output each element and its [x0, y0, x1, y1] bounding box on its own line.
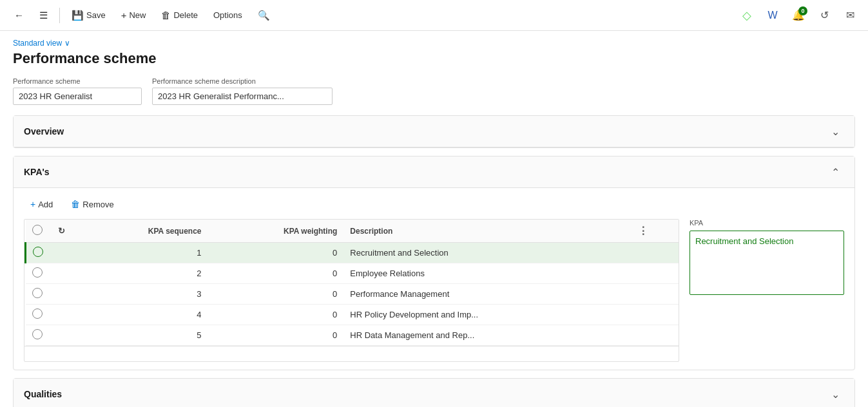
kpa-chevron-icon: ⌃	[831, 166, 840, 178]
diamond-button[interactable]: ◇	[737, 5, 757, 26]
row-refresh-cell	[50, 305, 73, 325]
table-row[interactable]: 5 0 HR Data Management and Rep...	[26, 325, 679, 346]
delete-icon: 🗑	[161, 10, 171, 21]
new-button[interactable]: + New	[115, 6, 153, 24]
kpa-table-container: ↻ KPA sequence KPA weighting Description…	[24, 219, 679, 362]
col-refresh-icon[interactable]: ↻	[58, 226, 65, 236]
envelope-button[interactable]: ✉	[840, 5, 860, 26]
scheme-label: Performance scheme	[13, 77, 142, 85]
overview-chevron-icon: ⌄	[831, 126, 840, 138]
kpa-detail-panel: KPA	[690, 219, 844, 362]
word-button[interactable]: W	[762, 5, 783, 26]
header-radio[interactable]	[32, 225, 43, 235]
add-icon: +	[30, 199, 35, 209]
row-weighting: 0	[208, 243, 344, 263]
row-more-cell	[632, 243, 679, 263]
row-select-cell[interactable]	[26, 284, 50, 305]
row-radio[interactable]	[33, 247, 43, 257]
kpa-table-footer	[24, 346, 679, 361]
delete-button[interactable]: 🗑 Delete	[155, 6, 204, 24]
toolbar-separator	[59, 8, 60, 23]
row-radio[interactable]	[32, 308, 43, 319]
qualities-section-header[interactable]: Qualities ⌄	[14, 379, 854, 407]
kpa-table: ↻ KPA sequence KPA weighting Description…	[24, 220, 679, 346]
table-row[interactable]: 4 0 HR Policy Development and Imp...	[26, 305, 679, 325]
options-button[interactable]: Options	[207, 7, 249, 23]
row-sequence: 2	[73, 263, 208, 284]
row-sequence: 3	[73, 284, 208, 305]
col-select-header	[26, 220, 50, 243]
scheme-field-group: Performance scheme	[13, 77, 142, 105]
notification-button[interactable]: 🔔 0	[788, 5, 809, 26]
standard-view-chevron: ∨	[64, 39, 70, 48]
col-description-header: Description	[343, 220, 631, 243]
row-select-cell[interactable]	[26, 305, 50, 325]
row-more-cell	[632, 305, 679, 325]
kpa-section-title: KPA's	[24, 167, 50, 177]
kpa-table-header-row: ↻ KPA sequence KPA weighting Description…	[26, 220, 679, 243]
envelope-icon: ✉	[846, 9, 854, 21]
standard-view-dropdown[interactable]: Standard view ∨	[13, 39, 855, 48]
back-button[interactable]: ←	[8, 6, 30, 24]
row-select-cell[interactable]	[26, 325, 50, 346]
row-more-cell	[632, 325, 679, 346]
search-icon: 🔍	[258, 10, 270, 21]
save-label: Save	[86, 10, 106, 20]
form-fields: Performance scheme Performance scheme de…	[13, 77, 855, 105]
qualities-collapse-button[interactable]: ⌄	[826, 385, 844, 403]
search-button[interactable]: 🔍	[251, 6, 276, 24]
options-label: Options	[213, 10, 242, 20]
row-sequence: 1	[73, 243, 208, 263]
add-kpa-button[interactable]: + Add	[24, 196, 59, 213]
toolbar: ← ☰ 💾 Save + New 🗑 Delete Options 🔍 ◇ W …	[0, 0, 868, 31]
table-row[interactable]: 1 0 Recruitment and Selection	[26, 243, 679, 263]
kpa-collapse-button[interactable]: ⌃	[826, 163, 844, 181]
kpa-detail-input[interactable]	[690, 231, 844, 295]
kpa-section-header[interactable]: KPA's ⌃	[14, 156, 854, 188]
qualities-section: Qualities ⌄	[13, 378, 855, 407]
row-refresh-cell	[50, 284, 73, 305]
back-icon: ←	[14, 10, 24, 21]
row-sequence: 5	[73, 325, 208, 346]
notification-badge: 0	[798, 6, 807, 15]
overview-section-title: Overview	[24, 126, 64, 137]
row-description: Recruitment and Selection	[343, 243, 631, 263]
overview-collapse-button[interactable]: ⌄	[826, 122, 844, 140]
kpa-detail-label: KPA	[690, 219, 844, 227]
col-refresh-header: ↻	[50, 220, 73, 243]
row-description: HR Data Management and Rep...	[343, 325, 631, 346]
row-weighting: 0	[208, 325, 344, 346]
hamburger-button[interactable]: ☰	[33, 6, 54, 24]
table-row[interactable]: 3 0 Performance Management	[26, 284, 679, 305]
kpa-section: KPA's ⌃ + Add 🗑 Remove	[13, 156, 855, 370]
remove-icon: 🗑	[71, 199, 80, 209]
overview-section-header[interactable]: Overview ⌄	[14, 116, 854, 147]
overview-section: Overview ⌄	[13, 115, 855, 148]
page-content: Standard view ∨ Performance scheme Perfo…	[0, 31, 868, 407]
qualities-section-title: Qualities	[24, 389, 62, 399]
row-more-cell	[632, 284, 679, 305]
row-select-cell[interactable]	[26, 243, 50, 263]
description-input[interactable]	[152, 88, 333, 105]
row-radio[interactable]	[32, 288, 43, 298]
scheme-input[interactable]	[13, 88, 142, 105]
refresh-button[interactable]: ↺	[814, 5, 834, 26]
row-select-cell[interactable]	[26, 263, 50, 284]
remove-kpa-button[interactable]: 🗑 Remove	[64, 196, 120, 213]
row-description: HR Policy Development and Imp...	[343, 305, 631, 325]
row-radio[interactable]	[32, 267, 43, 278]
row-description: Performance Management	[343, 284, 631, 305]
save-button[interactable]: 💾 Save	[65, 6, 112, 24]
hamburger-icon: ☰	[39, 10, 48, 21]
description-label: Performance scheme description	[152, 77, 333, 85]
standard-view-label: Standard view	[13, 39, 62, 48]
more-options-icon[interactable]: ⋮	[638, 225, 648, 236]
add-label: Add	[38, 200, 53, 209]
new-label: New	[129, 10, 146, 20]
refresh-icon: ↺	[820, 9, 829, 21]
row-radio[interactable]	[32, 329, 43, 339]
row-description: Employee Relations	[343, 263, 631, 284]
table-row[interactable]: 2 0 Employee Relations	[26, 263, 679, 284]
toolbar-right: ◇ W 🔔 0 ↺ ✉	[737, 5, 860, 26]
delete-label: Delete	[173, 10, 198, 20]
